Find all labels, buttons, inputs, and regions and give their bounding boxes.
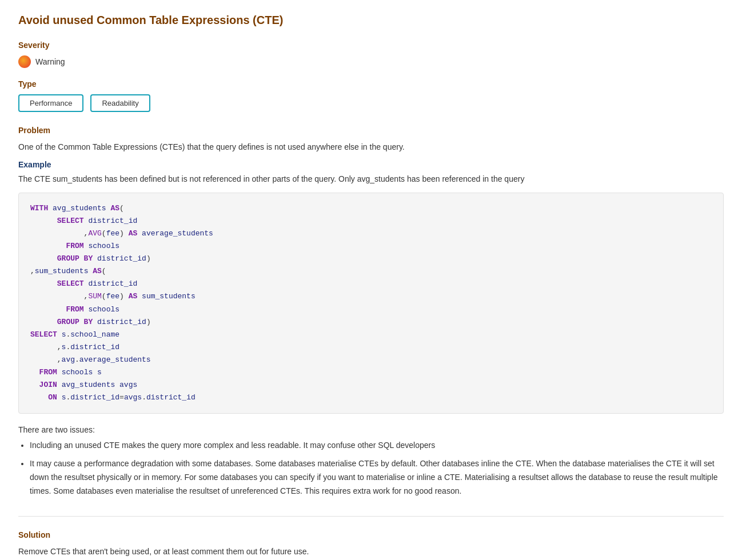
tag-performance: Performance <box>18 94 83 112</box>
example-label: Example <box>18 160 724 169</box>
solution-label: Solution <box>18 530 724 539</box>
severity-value: Warning <box>35 57 65 66</box>
code-block: WITH avg_students AS( SELECT district_id… <box>18 193 724 414</box>
issues-intro: There are two issues: <box>18 425 724 434</box>
issue-item-1: Including an unused CTE makes the query … <box>30 439 724 453</box>
problem-intro: One of the Common Table Expressions (CTE… <box>18 141 724 153</box>
type-section: Type Performance Readability <box>18 79 724 112</box>
solution-section: Solution Remove CTEs that aren't being u… <box>18 530 724 558</box>
type-label: Type <box>18 79 724 89</box>
page-title: Avoid unused Common Table Expressions (C… <box>18 14 724 27</box>
severity-label: Severity <box>18 41 724 50</box>
problem-label: Problem <box>18 126 724 135</box>
tag-readability: Readability <box>90 94 150 112</box>
type-tags: Performance Readability <box>18 94 724 112</box>
problem-section: Problem One of the Common Table Expressi… <box>18 126 724 414</box>
issue-item-2: It may cause a performance degradation w… <box>30 457 724 498</box>
divider-1 <box>18 516 724 517</box>
severity-row: Warning <box>18 55 724 68</box>
issues-list: Including an unused CTE makes the query … <box>18 439 724 498</box>
solution-text: Remove CTEs that aren't being used, or a… <box>18 545 724 558</box>
warning-icon <box>18 55 31 68</box>
example-desc: The CTE sum_students has been defined bu… <box>18 173 724 185</box>
